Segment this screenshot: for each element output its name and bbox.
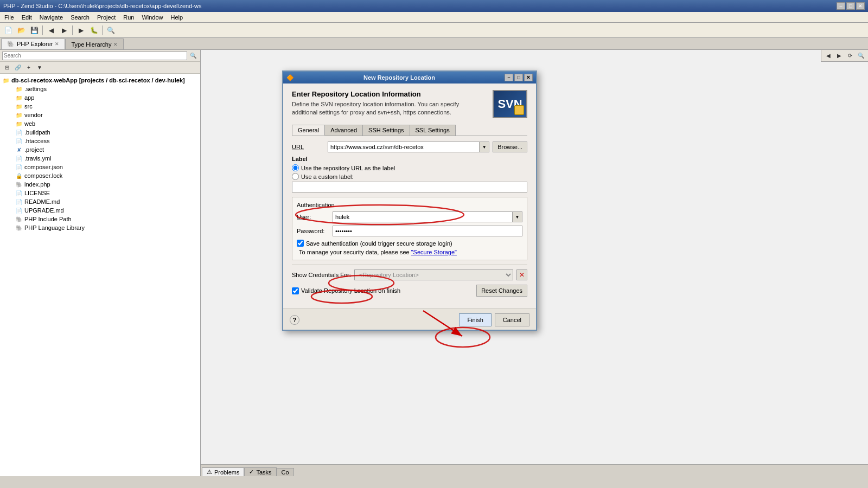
validate-checkbox[interactable] (292, 287, 299, 294)
tab-console[interactable]: Co (277, 468, 294, 476)
validate-row: Validate Repository Location on finish R… (292, 285, 527, 297)
tab-type-hierarchy-close[interactable]: ✕ (113, 42, 118, 47)
tree-menu-button[interactable]: ▼ (35, 63, 44, 73)
folder-icon: 📁 (15, 111, 23, 119)
maximize-button[interactable]: □ (846, 2, 855, 10)
toolbar-save-button[interactable]: 💾 (28, 24, 40, 36)
list-item[interactable]: 📁 .settings (0, 85, 200, 93)
list-item[interactable]: 📁 vendor (0, 111, 200, 119)
right-toolbar-btn-2[interactable]: ▶ (834, 51, 844, 61)
tree-root[interactable]: 📁 db-sci-recetox-webApp [projects / db-s… (0, 76, 200, 85)
menu-edit[interactable]: Edit (18, 14, 35, 21)
search-input[interactable] (2, 52, 187, 60)
secure-storage-prefix: To manage your security data, please see (299, 249, 411, 255)
tab-php-explorer[interactable]: 🐘 PHP Explorer ✕ (1, 38, 65, 49)
save-auth-checkbox[interactable] (297, 240, 304, 247)
close-button[interactable]: ✕ (856, 2, 865, 10)
search-bar: 🔍 (0, 50, 200, 62)
tree-item-label: README.md (24, 198, 60, 205)
toolbar-forward-button[interactable]: ▶ (58, 24, 70, 36)
cancel-button[interactable]: Cancel (495, 313, 529, 326)
file-icon: 📄 (15, 163, 23, 171)
menu-search[interactable]: Search (67, 14, 93, 21)
menu-run[interactable]: Run (120, 14, 137, 21)
list-item[interactable]: 📄 UPGRADE.md (0, 206, 200, 215)
radio-use-url-row: Use the repository URL as the label (292, 164, 527, 171)
browse-button[interactable]: Browse... (493, 142, 527, 152)
dialog-tab-ssl[interactable]: SSL Settings (410, 125, 456, 136)
list-item[interactable]: 📄 composer.json (0, 163, 200, 171)
dialog-footer: ? Finish Cancel (283, 309, 536, 330)
save-auth-row: Save authentication (could trigger secur… (297, 240, 522, 247)
list-item[interactable]: 🔒 composer.lock (0, 171, 200, 180)
menu-navigate[interactable]: Navigate (36, 14, 66, 21)
list-item[interactable]: 📄 README.md (0, 197, 200, 206)
right-toolbar-btn-1[interactable]: ◀ (824, 51, 833, 61)
menu-window[interactable]: Window (138, 14, 166, 21)
list-item[interactable]: 📁 app (0, 93, 200, 102)
right-toolbar-btn-3[interactable]: ⟳ (845, 51, 855, 61)
menu-help[interactable]: Help (168, 14, 187, 21)
show-creds-select[interactable]: <Repository Location> (354, 269, 513, 280)
list-item[interactable]: 📄 .buildpath (0, 128, 200, 137)
dialog-minimize-button[interactable]: – (505, 74, 513, 81)
tab-tasks[interactable]: ✓ Tasks (244, 467, 276, 476)
toolbar-search-button[interactable]: 🔍 (105, 24, 117, 36)
radio-use-custom-label[interactable]: Use a custom label: (301, 174, 354, 180)
validate-label[interactable]: Validate Repository Location on finish (301, 287, 400, 294)
dialog-tab-general[interactable]: General (292, 125, 325, 136)
password-input[interactable] (333, 226, 522, 236)
list-item[interactable]: 🐘 PHP Language Library (0, 223, 200, 232)
dialog-tab-advanced[interactable]: Advanced (324, 125, 363, 136)
url-dropdown-button[interactable]: ▼ (480, 142, 489, 152)
tab-problems[interactable]: ⚠ Problems (202, 467, 244, 476)
tab-strip: 🐘 PHP Explorer ✕ Type Hierarchy ✕ (0, 38, 868, 50)
list-item[interactable]: 📄 .htaccess (0, 137, 200, 145)
new-file-button[interactable]: + (24, 63, 34, 73)
dialog-close-button[interactable]: ✕ (524, 74, 533, 81)
link-editor-button[interactable]: 🔗 (13, 63, 23, 73)
list-item[interactable]: 🐘 PHP Include Path (0, 215, 200, 223)
reset-changes-button[interactable]: Reset Changes (476, 285, 527, 297)
dialog-title-icon: 🔶 (286, 74, 294, 81)
radio-use-custom[interactable] (292, 173, 299, 180)
tree-item-label: composer.json (24, 164, 63, 170)
custom-label-input[interactable] (292, 182, 527, 192)
toolbar-open-button[interactable]: 📂 (15, 24, 27, 36)
list-item[interactable]: 🐘 index.php (0, 180, 200, 189)
toolbar-back-button[interactable]: ◀ (45, 24, 57, 36)
tab-php-explorer-label: PHP Explorer (17, 41, 53, 47)
radio-use-url[interactable] (292, 164, 299, 171)
clear-credentials-button[interactable]: ✕ (516, 269, 527, 280)
folder-icon: 📁 (15, 85, 23, 93)
list-item[interactable]: 📁 src (0, 102, 200, 111)
user-dropdown-button[interactable]: ▼ (513, 211, 522, 222)
collapse-all-button[interactable]: ⊟ (2, 63, 12, 73)
minimize-button[interactable]: – (837, 2, 845, 10)
tab-type-hierarchy[interactable]: Type Hierarchy ✕ (65, 38, 124, 49)
right-toolbar-btn-4[interactable]: 🔍 (856, 51, 866, 61)
list-item[interactable]: 📁 web (0, 119, 200, 128)
secure-storage-text: To manage your security data, please see… (297, 249, 522, 255)
dialog-tab-ssh[interactable]: SSH Settings (362, 125, 410, 136)
secure-storage-link[interactable]: "Secure Storage" (411, 249, 457, 255)
list-item[interactable]: 📄 LICENSE (0, 189, 200, 197)
menu-project[interactable]: Project (94, 14, 119, 21)
menu-file[interactable]: File (1, 14, 17, 21)
url-input-group: ▼ (328, 142, 489, 152)
save-auth-label[interactable]: Save authentication (could trigger secur… (306, 240, 452, 247)
list-item[interactable]: ✘ .project (0, 145, 200, 154)
url-input[interactable] (328, 142, 480, 152)
new-repository-dialog: 🔶 New Repository Location – □ ✕ Enter Re… (282, 70, 537, 331)
finish-button[interactable]: Finish (459, 313, 491, 326)
tab-php-explorer-close[interactable]: ✕ (55, 41, 59, 47)
toolbar-run-button[interactable]: ▶ (75, 24, 87, 36)
toolbar-debug-button[interactable]: 🐛 (88, 24, 100, 36)
dialog-maximize-button[interactable]: □ (514, 74, 523, 81)
help-button[interactable]: ? (290, 315, 299, 325)
user-input[interactable] (333, 211, 513, 222)
search-go-button[interactable]: 🔍 (188, 51, 198, 61)
toolbar-new-button[interactable]: 📄 (2, 24, 14, 36)
radio-use-url-label[interactable]: Use the repository URL as the label (301, 165, 395, 171)
list-item[interactable]: 📄 .travis.yml (0, 154, 200, 163)
